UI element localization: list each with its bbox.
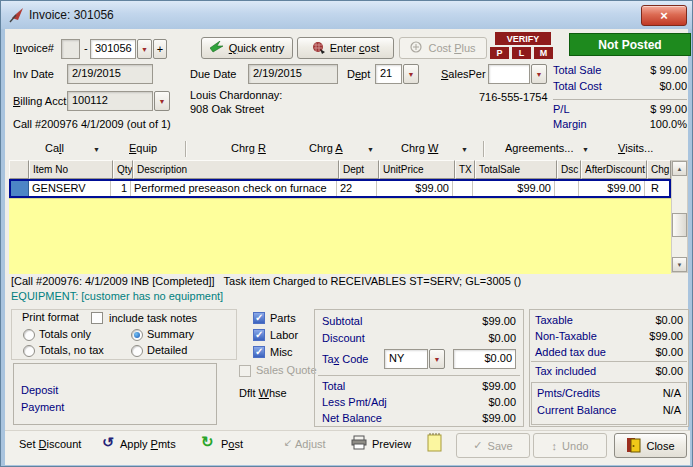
dflt-whse-label: Dflt Whse [239,387,287,399]
inv-date-field[interactable]: 2/19/2015 [67,64,153,84]
menu-visits[interactable]: Visits... [618,142,653,154]
grid-header-qty[interactable]: Qty [113,160,133,179]
parts-checkbox[interactable] [253,312,265,324]
menu-call[interactable]: Call [45,142,64,154]
menu-call-arrow-icon[interactable]: ▼ [93,146,100,153]
tax-amount-field[interactable]: $0.00 [453,349,516,369]
margin-label: Margin [553,118,587,130]
invoice-number-label: Invoice# [13,42,54,54]
less-pmt-label: Less Pmt/Adj [322,396,387,408]
adjust-button[interactable]: Adjust [295,438,326,450]
preview-button[interactable]: Preview [372,438,411,450]
notes-notepad-icon[interactable] [427,432,443,454]
cell-dsc [555,181,579,196]
close-button[interactable]: Close [614,433,687,458]
grid-header-itemno[interactable]: Item No [29,160,113,179]
dropdown-arrow-icon: ▼ [141,46,148,53]
menu-chrg-r[interactable]: Chrg R [231,142,266,154]
undo-button[interactable]: ↕ Undo [533,433,607,458]
labor-checkbox[interactable] [253,329,265,341]
grid-header-tx[interactable]: TX [455,160,475,179]
quick-entry-button[interactable]: Quick entry [201,37,293,59]
grid-header-unitprice[interactable]: UnitPrice [379,160,455,179]
customer-address: 908 Oak Street [190,103,264,115]
net-balance-value: $99.00 [436,412,516,424]
salesper-dropdown[interactable]: ▼ [531,64,547,84]
grid-row-genserv[interactable]: GENSERV 1 Performed preseason check on f… [9,179,671,198]
discount-label: Discount [322,332,365,344]
detailed-radio[interactable] [131,345,143,357]
tax-code-dropdown[interactable]: ▼ [429,349,445,369]
labor-label[interactable]: Labor [270,329,298,341]
include-task-notes-label[interactable]: include task notes [107,312,199,324]
detailed-label[interactable]: Detailed [147,344,187,356]
totals-only-label[interactable]: Totals only [39,328,91,340]
total-cost-value: $0.00 [607,80,687,92]
menu-chrg-w-arrow-icon[interactable]: ▼ [461,146,468,153]
cost-plus-button[interactable]: Cost Plus [399,37,487,59]
totals-no-tax-radio[interactable] [23,345,35,357]
apply-pmts-button[interactable]: Apply Pmts [120,438,176,450]
sales-quote-checkbox[interactable] [239,365,251,377]
invoice-number-dropdown[interactable]: ▼ [137,39,152,59]
payment-label: Payment [21,401,64,413]
grid-header-dsc[interactable]: Dsc [557,160,581,179]
enter-cost-label: Enter cost [330,42,380,54]
grid-header-totalsale[interactable]: TotalSale [475,160,557,179]
grid-header-afterdiscount[interactable]: AfterDiscount [581,160,647,179]
salesper-field[interactable] [488,64,530,84]
totals-only-radio[interactable] [23,329,35,341]
scrollbar-up-button[interactable]: ▲ [672,161,687,176]
call-note: [Call #200976: 4/1/2009 INB [Completed]]… [11,275,521,287]
title-bar[interactable]: Invoice: 301056 × [1,1,692,29]
post-button[interactable]: Post [221,438,243,450]
summary-radio[interactable] [131,329,143,341]
misc-label[interactable]: Misc [270,346,293,358]
scrollbar-down-button[interactable]: ▼ [672,257,687,272]
dropdown-arrow-icon: ▼ [408,71,415,78]
dropdown-arrow-icon: ▼ [159,98,166,105]
verify-flag-m[interactable]: M [534,47,553,59]
menu-agreements[interactable]: Agreements... [505,142,573,154]
row-selector-cell [11,181,29,196]
invoice-window: Invoice: 301056 × Invoice# - 301056 ▼ + … [0,0,693,467]
scrollbar-thumb[interactable] [672,213,687,237]
grid-header-chg[interactable]: Chg [647,160,671,179]
dept-dropdown[interactable]: ▼ [403,64,419,84]
grid-header-dept[interactable]: Dept [339,160,379,179]
verify-flag-p[interactable]: P [490,47,509,59]
misc-checkbox[interactable] [253,346,265,358]
invoice-number-field[interactable]: 301056 [90,39,136,59]
summary-label[interactable]: Summary [147,328,194,340]
billing-acct-dropdown[interactable]: ▼ [154,91,170,111]
tax-included-value: $0.00 [603,365,683,377]
dept-field[interactable]: 21 [375,64,402,84]
menu-equip[interactable]: Equip [129,142,157,154]
tax-code-field[interactable]: NY [384,349,428,369]
billing-acct-field[interactable]: 100112 [67,91,153,111]
menu-chrg-a[interactable]: Chrg A [309,142,343,154]
deposit-label: Deposit [21,384,58,396]
set-discount-button[interactable]: Set Discount [19,438,81,450]
grid-header-description[interactable]: Description [133,160,339,179]
save-button[interactable]: ✓ Save [456,433,530,458]
app-icon [9,7,25,25]
include-task-notes-checkbox[interactable] [91,312,103,324]
menu-chrg-w[interactable]: Chrg W [401,142,438,154]
enter-cost-button[interactable]: Enter cost [297,37,394,59]
verify-flag-l[interactable]: L [512,47,531,59]
due-date-field[interactable]: 2/19/2015 [248,64,338,84]
print-format-label: Print format [19,311,82,323]
menu-agreements-arrow-icon[interactable]: ▼ [582,146,589,153]
menu-chrg-a-arrow-icon[interactable]: ▼ [367,146,374,153]
new-invoice-button[interactable]: + [153,39,167,59]
invoice-prefix-field[interactable] [61,39,80,59]
totals-no-tax-label[interactable]: Totals, no tax [39,344,104,356]
tax-included-label: Tax included [535,365,596,377]
total-sale-value: $ 99.00 [607,64,687,76]
dropdown-arrow-icon: ▼ [536,71,543,78]
cell-unitprice: $99.00 [377,181,453,196]
parts-label[interactable]: Parts [270,312,296,324]
cell-itemno: GENSERV [29,181,111,196]
close-window-button[interactable]: × [641,5,687,26]
